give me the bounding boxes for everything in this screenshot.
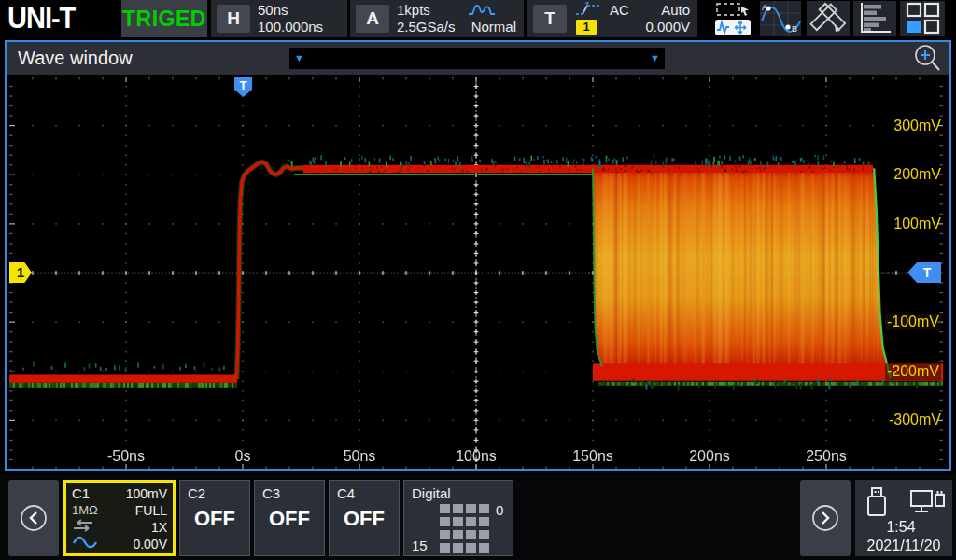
zoom-in-icon[interactable] [912,43,944,78]
horizontal-settings-panel[interactable]: H 50ns 100.000ns [211,0,347,37]
voltage-label: 300mV [893,118,941,134]
wave-window-title: Wave window [18,42,133,75]
time-label: 250ns [806,448,847,465]
time-label: 0s [235,448,251,465]
channel4-state: OFF [330,507,399,531]
trigger-status-badge: TRIGED [121,0,207,37]
brand-logo: UNI-T [7,3,75,35]
waveform-canvas[interactable] [9,77,943,469]
timebase-scale: 50ns [258,2,288,18]
svg-text:B: B [792,24,797,34]
digital-last-bit: 15 [412,538,428,553]
channel2-name: C2 [188,485,205,501]
channel1-bandwidth: FULL [135,503,167,518]
trigger-source-badge: 1 [576,20,597,35]
bottom-channel-bar: C1 100mV 1MΩ FULL 1X 0.00V C2 OFF C3 OFF [0,474,956,560]
voltage-label: 200mV [893,166,941,183]
digital-channels-panel[interactable]: Digital 0 15 [403,480,513,556]
wave-tools-stack [711,0,754,37]
time-label: 150ns [572,448,613,465]
channel3-name: C3 [262,485,280,501]
trigger-sweep-mode: Auto [661,2,690,18]
channel4-panel[interactable]: C4 OFF [329,480,400,556]
display-layout-icon[interactable] [900,1,945,36]
timebase-position: 100.000ns [258,19,323,35]
channel1-name: C1 [72,485,90,501]
wave-window-header: Wave window ▼ ▼ [7,42,949,75]
channel2-state: OFF [180,507,249,531]
voltage-label: 100mV [893,216,941,232]
time-label: 200ns [689,448,730,465]
trigger-edge-icon [574,2,604,21]
voltage-label: -100mV [885,314,941,330]
channel3-panel[interactable]: C3 OFF [254,480,325,556]
trigger-settings-panel[interactable]: T AC Auto 1 0.000V [527,0,697,37]
channel2-panel[interactable]: C2 OFF [179,480,250,556]
dropdown-arrow-icon: ▼ [650,48,660,69]
dropdown-arrow-icon: ▼ [294,48,304,69]
channel4-name: C4 [337,485,355,501]
time-label: 50ns [344,448,376,465]
sample-rate: 2.5GSa/s [397,19,456,35]
wave-source-dropdown[interactable]: ▼ ▼ [289,48,665,69]
acquisition-settings-panel[interactable]: A 1kpts 2.5GSa/s Normal [350,0,524,37]
channel1-panel[interactable]: C1 100mV 1MΩ FULL 1X 0.00V [63,480,176,556]
usb-icon [865,485,889,523]
channel3-state: OFF [255,507,324,531]
oscilloscope-screen: UNI-T TRIGED H 50ns 100.000ns A 1kpts 2.… [0,0,956,560]
channel1-scale: 100mV [126,486,167,501]
channel1-offset: 0.00V [133,537,167,552]
trigger-level-value: 0.000V [645,19,690,35]
voltage-label: -200mV [885,363,941,380]
statistics-icon[interactable] [853,1,896,36]
network-icon [909,489,947,521]
acquire-mode: Normal [471,19,516,35]
wave-window: Wave window ▼ ▼ [5,40,951,471]
channel1-impedance: 1MΩ [72,503,98,517]
system-status-panel: 1:54 2021/11/20 [855,480,952,556]
trigger-coupling: AC [610,2,629,18]
digital-bits-grid-icon [440,504,491,557]
clock-time: 1:54 [855,519,947,536]
scroll-left-button[interactable] [8,480,59,556]
scroll-right-button[interactable] [800,480,851,556]
top-status-bar: UNI-T TRIGED H 50ns 100.000ns A 1kpts 2.… [0,0,956,38]
coupling-icon [72,519,94,536]
time-label: 100ns [456,448,497,465]
memory-depth: 1kpts [397,2,430,18]
select-region-icon[interactable] [715,2,751,21]
trigger-key: T [533,5,567,33]
wave-drag-icon[interactable] [715,20,751,35]
svg-text:A: A [762,3,767,12]
clock-date: 2021/11/20 [855,538,952,554]
time-label: -50ns [107,448,145,465]
sine-wave-icon [72,535,98,553]
horizontal-key: H [217,5,250,33]
digital-label: Digital [412,485,451,501]
cursor-ab-icon[interactable]: AB [760,1,801,36]
digital-first-bit: 0 [496,502,503,518]
measure-tools-icon[interactable] [807,1,850,36]
channel1-probe: 1X [151,520,167,535]
voltage-label: -300mV [889,412,941,428]
acquisition-key: A [356,5,389,33]
